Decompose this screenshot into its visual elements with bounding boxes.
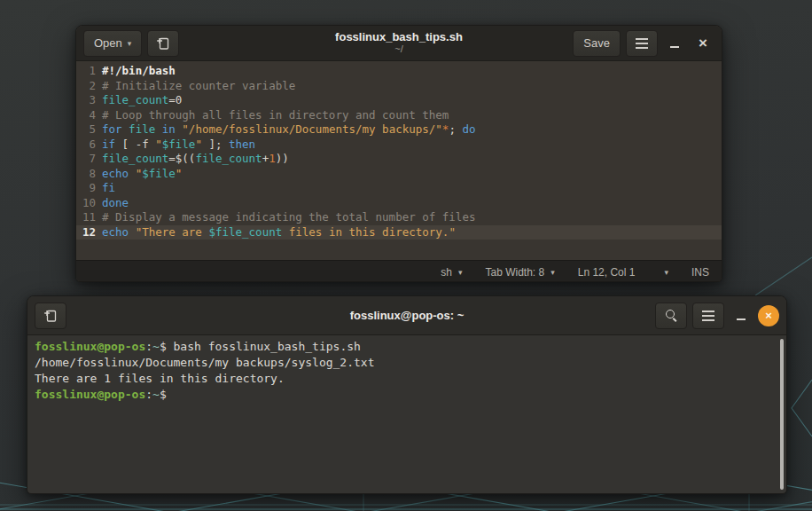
tab-width-label: Tab Width: 8 (486, 266, 545, 279)
code-line: 12echo "There are $file_count files in t… (76, 225, 722, 240)
line-number: 1 (76, 64, 102, 79)
code-line: 6if [ -f "$file" ]; then (76, 138, 722, 153)
code-line: 10done (76, 196, 722, 211)
menu-button[interactable] (692, 303, 724, 329)
search-button[interactable] (655, 303, 687, 329)
editor-window-subtitle: ~/ (335, 44, 463, 56)
editor-headerbar: Open ▾ fosslinux_bash_tips.sh ~/ Save (76, 26, 722, 61)
terminal-scrollbar[interactable] (780, 339, 784, 490)
terminal-window-title: fosslinux@pop-os: ~ (350, 309, 465, 322)
close-icon: × (699, 35, 707, 51)
chevron-down-icon: ▾ (458, 268, 463, 277)
open-button[interactable]: Open ▾ (83, 30, 142, 57)
line-number: 2 (76, 79, 102, 94)
language-selector[interactable]: sh ▾ (441, 266, 462, 279)
editor-header-left: Open ▾ (83, 30, 179, 57)
code-line: 5for file in "/home/fosslinux/Documents/… (76, 122, 722, 138)
search-icon (665, 309, 678, 322)
save-button[interactable]: Save (573, 30, 621, 57)
minimize-button[interactable] (663, 32, 686, 55)
line-number: 8 (76, 167, 102, 182)
new-tab-button[interactable] (35, 303, 66, 329)
code-line: 3file_count=0 (76, 93, 722, 108)
line-number: 9 (76, 181, 102, 196)
chevron-down-icon: ▾ (550, 268, 555, 277)
code-line: 11# Display a message indicating the tot… (76, 210, 722, 225)
code-line: 8echo "$file" (76, 167, 722, 182)
line-number: 10 (76, 196, 102, 211)
code-editor[interactable]: 1#!/bin/bash2# Initialize counter variab… (76, 61, 722, 260)
tab-width-selector[interactable]: Tab Width: 8 ▾ (486, 266, 555, 279)
code-line: 4# Loop through all files in directory a… (76, 108, 722, 123)
editor-header-right: Save × (573, 30, 714, 57)
code-line: 2# Initialize counter variable (76, 79, 722, 94)
terminal-header-right: × (655, 303, 779, 329)
cursor-position-label: Ln 12, Col 1 (578, 266, 636, 279)
code-line: 9fi (76, 181, 722, 196)
new-tab-button[interactable] (147, 30, 179, 57)
terminal-output[interactable]: fosslinux@pop-os:~$ bash fosslinux_bash_… (27, 335, 786, 490)
language-label: sh (441, 266, 452, 279)
line-number: 6 (76, 138, 102, 153)
goto-line-dropdown[interactable]: ▾ (658, 268, 668, 277)
line-number: 3 (76, 93, 102, 108)
line-number: 4 (76, 108, 102, 123)
minimize-icon (737, 318, 746, 320)
line-number: 5 (76, 122, 102, 138)
close-icon: × (765, 310, 772, 321)
terminal-headerbar: fosslinux@pop-os: ~ × (27, 296, 786, 335)
close-button[interactable]: × (758, 305, 779, 326)
menu-button[interactable] (626, 30, 658, 57)
chevron-down-icon: ▾ (128, 39, 132, 48)
text-editor-window: Open ▾ fosslinux_bash_tips.sh ~/ Save (75, 25, 722, 282)
code-line: 1#!/bin/bash (76, 64, 722, 79)
insert-mode-indicator: INS (691, 266, 709, 279)
minimize-button[interactable] (730, 304, 753, 327)
line-number: 12 (76, 225, 102, 240)
insert-mode-label: INS (691, 266, 709, 279)
new-document-icon (156, 36, 170, 51)
editor-title-area: fosslinux_bash_tips.sh ~/ (335, 31, 463, 56)
terminal-window: fosslinux@pop-os: ~ × fosslinux@pop-os:~… (27, 295, 787, 494)
hamburger-icon (702, 311, 714, 321)
terminal-line: fosslinux@pop-os:~$ bash fosslinux_bash_… (35, 339, 777, 355)
terminal-line: /home/fosslinux/Documents/my backups/sys… (35, 355, 777, 371)
hamburger-icon (636, 38, 648, 49)
code-line: 7file_count=$((file_count+1)) (76, 152, 722, 167)
terminal-line: There are 1 files in this directory. (35, 371, 777, 387)
close-button[interactable]: × (691, 32, 714, 55)
editor-statusbar: sh ▾ Tab Width: 8 ▾ Ln 12, Col 1 ▾ INS (76, 260, 722, 282)
line-number: 11 (76, 210, 102, 225)
terminal-line: fosslinux@pop-os:~$ (35, 387, 777, 403)
line-number: 7 (76, 152, 102, 167)
new-tab-icon (43, 309, 58, 323)
open-button-label: Open (94, 36, 122, 50)
terminal-header-left (35, 303, 66, 329)
chevron-down-icon: ▾ (664, 268, 668, 277)
cursor-position[interactable]: Ln 12, Col 1 (578, 266, 636, 279)
terminal-title-area: fosslinux@pop-os: ~ (350, 309, 465, 322)
minimize-icon (670, 46, 679, 48)
editor-window-title: fosslinux_bash_tips.sh (335, 31, 463, 44)
